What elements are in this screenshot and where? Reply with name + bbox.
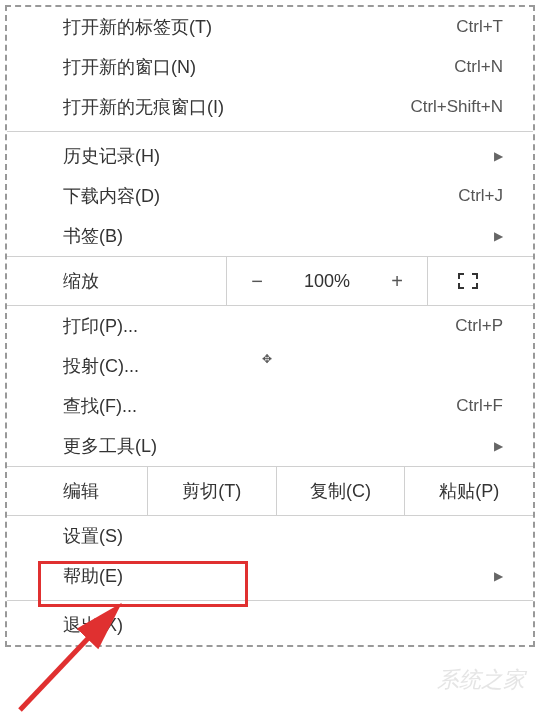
menu-label: 更多工具(L) xyxy=(63,434,484,458)
zoom-out-button[interactable]: − xyxy=(227,257,287,305)
menu-separator xyxy=(7,131,533,132)
submenu-arrow-icon: ▶ xyxy=(494,229,503,243)
submenu-arrow-icon: ▶ xyxy=(494,569,503,583)
menu-shortcut: Ctrl+F xyxy=(456,396,503,416)
zoom-label: 缩放 xyxy=(7,257,227,305)
menu-label: 查找(F)... xyxy=(63,394,456,418)
cut-button[interactable]: 剪切(T) xyxy=(147,467,276,515)
chrome-menu: 打开新的标签页(T) Ctrl+T 打开新的窗口(N) Ctrl+N 打开新的无… xyxy=(5,5,535,647)
menu-item-new-tab[interactable]: 打开新的标签页(T) Ctrl+T xyxy=(7,7,533,47)
fullscreen-button[interactable] xyxy=(427,257,507,305)
menu-shortcut: Ctrl+Shift+N xyxy=(410,97,503,117)
menu-label: 帮助(E) xyxy=(63,564,484,588)
menu-item-new-window[interactable]: 打开新的窗口(N) Ctrl+N xyxy=(7,47,533,87)
menu-item-bookmarks[interactable]: 书签(B) ▶ xyxy=(7,216,533,256)
menu-item-new-incognito[interactable]: 打开新的无痕窗口(I) Ctrl+Shift+N xyxy=(7,87,533,127)
zoom-in-button[interactable]: + xyxy=(367,257,427,305)
menu-item-cast[interactable]: 投射(C)... xyxy=(7,346,533,386)
menu-label: 打印(P)... xyxy=(63,314,455,338)
zoom-value: 100% xyxy=(287,257,367,305)
menu-item-history[interactable]: 历史记录(H) ▶ xyxy=(7,136,533,176)
watermark-text: 系统之家 xyxy=(437,665,525,695)
menu-shortcut: Ctrl+P xyxy=(455,316,503,336)
menu-item-print[interactable]: 打印(P)... Ctrl+P xyxy=(7,306,533,346)
menu-item-downloads[interactable]: 下载内容(D) Ctrl+J xyxy=(7,176,533,216)
edit-label: 编辑 xyxy=(7,467,147,515)
paste-button[interactable]: 粘贴(P) xyxy=(404,467,533,515)
menu-label: 打开新的标签页(T) xyxy=(63,15,456,39)
menu-label: 历史记录(H) xyxy=(63,144,484,168)
menu-label: 退出(X) xyxy=(63,613,503,637)
menu-label: 下载内容(D) xyxy=(63,184,458,208)
menu-item-more-tools[interactable]: 更多工具(L) ▶ xyxy=(7,426,533,466)
menu-label: 设置(S) xyxy=(63,524,503,548)
menu-shortcut: Ctrl+J xyxy=(458,186,503,206)
submenu-arrow-icon: ▶ xyxy=(494,439,503,453)
menu-separator xyxy=(7,600,533,601)
menu-shortcut: Ctrl+T xyxy=(456,17,503,37)
menu-label: 书签(B) xyxy=(63,224,484,248)
menu-item-help[interactable]: 帮助(E) ▶ xyxy=(7,556,533,596)
menu-label: 打开新的无痕窗口(I) xyxy=(63,95,410,119)
submenu-arrow-icon: ▶ xyxy=(494,149,503,163)
menu-item-exit[interactable]: 退出(X) xyxy=(7,605,533,645)
menu-label: 打开新的窗口(N) xyxy=(63,55,454,79)
fullscreen-icon xyxy=(458,273,478,289)
menu-shortcut: Ctrl+N xyxy=(454,57,503,77)
menu-item-find[interactable]: 查找(F)... Ctrl+F xyxy=(7,386,533,426)
zoom-row: 缩放 − 100% + xyxy=(7,256,533,306)
copy-button[interactable]: 复制(C) xyxy=(276,467,405,515)
menu-item-settings[interactable]: 设置(S) xyxy=(7,516,533,556)
edit-row: 编辑 剪切(T) 复制(C) 粘贴(P) xyxy=(7,466,533,516)
menu-label: 投射(C)... xyxy=(63,354,503,378)
